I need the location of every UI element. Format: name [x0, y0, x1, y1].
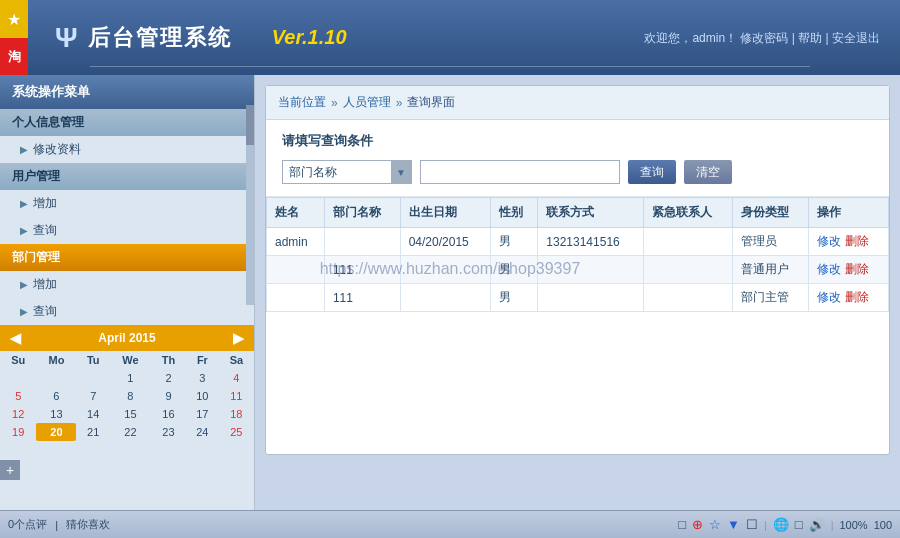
calendar: ◀ April 2015 ▶ Su Mo Tu We Th Fr Sa — [0, 325, 254, 441]
menu-label: 增加 — [33, 276, 57, 293]
calendar-day[interactable]: 11 — [219, 387, 254, 405]
weekday-tu: Tu — [76, 351, 109, 369]
calendar-day[interactable]: 8 — [110, 387, 151, 405]
query-title: 请填写查询条件 — [282, 132, 873, 150]
edit-link[interactable]: 修改 — [817, 234, 841, 248]
taskbar-icon-100: 100 — [874, 519, 892, 531]
section-dept: 部门管理 — [0, 244, 254, 271]
taobao-icon-box[interactable]: 淘 — [0, 38, 28, 75]
edit-link[interactable]: 修改 — [817, 262, 841, 276]
recommend-text: 猜你喜欢 — [66, 517, 110, 532]
edit-link[interactable]: 修改 — [817, 290, 841, 304]
taskbar-icon-phone[interactable]: □ — [678, 517, 686, 532]
taskbar-icon-box2[interactable]: □ — [795, 517, 803, 532]
menu-label: 增加 — [33, 195, 57, 212]
menu-item-dept-query[interactable]: ▶ 查询 — [0, 298, 254, 325]
taskbar-icon-sound[interactable]: 🔊 — [809, 517, 825, 532]
delete-link[interactable]: 删除 — [845, 290, 869, 304]
table-ops-cell: 修改 删除 — [809, 228, 889, 256]
taskbar-divider2: | — [831, 519, 834, 531]
calendar-day[interactable]: 23 — [151, 423, 186, 441]
calendar-day[interactable]: 19 — [0, 423, 36, 441]
menu-item-user-query[interactable]: ▶ 查询 — [0, 217, 254, 244]
taskbar-icon-download[interactable]: ▼ — [727, 517, 740, 532]
dept-select[interactable]: 部门名称 ▼ — [282, 160, 412, 184]
table-cell: 普通用户 — [733, 256, 809, 284]
calendar-day[interactable]: 17 — [186, 405, 219, 423]
welcome-text: 欢迎您，admin！ — [644, 30, 737, 44]
dept-select-arrow[interactable]: ▼ — [391, 160, 411, 184]
taskbar-icon-star[interactable]: ☆ — [709, 517, 721, 532]
table-cell — [400, 284, 490, 312]
weekday-sa: Sa — [219, 351, 254, 369]
calendar-day[interactable]: 18 — [219, 405, 254, 423]
calendar-day[interactable]: 25 — [219, 423, 254, 441]
breadcrumb-current: 查询界面 — [407, 94, 455, 111]
taskbar-icon-window[interactable]: ☐ — [746, 517, 758, 532]
arrow-icon: ▶ — [20, 225, 28, 236]
calendar-day[interactable]: 10 — [186, 387, 219, 405]
calendar-day[interactable]: 20 — [36, 423, 76, 441]
table-cell — [643, 284, 733, 312]
menu-item-edit-profile[interactable]: ▶ 修改资料 — [0, 136, 254, 163]
calendar-day[interactable]: 3 — [186, 369, 219, 387]
clear-button[interactable]: 清空 — [684, 160, 732, 184]
menu-item-dept-add[interactable]: ▶ 增加 — [0, 271, 254, 298]
calendar-prev[interactable]: ◀ — [10, 330, 21, 346]
arrow-icon: ▶ — [20, 306, 28, 317]
delete-link[interactable]: 删除 — [845, 234, 869, 248]
score-text: 0个点评 — [8, 517, 47, 532]
header-right: 欢迎您，admin！ 修改密码 | 帮助 | 安全退出 — [644, 29, 880, 46]
calendar-day[interactable]: 12 — [0, 405, 36, 423]
table-header: 姓名 — [267, 198, 325, 228]
taskbar-icon-add[interactable]: ⊕ — [692, 517, 703, 532]
arrow-icon: ▶ — [20, 279, 28, 290]
table-row: 111男部门主管修改 删除 — [267, 284, 889, 312]
table-header: 操作 — [809, 198, 889, 228]
help-link[interactable]: 帮助 — [798, 30, 822, 44]
star-icon: ★ — [7, 10, 21, 29]
table-container: 姓名部门名称出生日期性别联系方式紧急联系人身份类型操作 admin04/20/2… — [266, 197, 889, 312]
logout-link[interactable]: 安全退出 — [832, 30, 880, 44]
calendar-day[interactable]: 9 — [151, 387, 186, 405]
change-password-link[interactable]: 修改密码 — [740, 30, 788, 44]
taskbar-left: 0个点评 | 猜你喜欢 — [8, 517, 670, 532]
breadcrumb-section[interactable]: 人员管理 — [343, 94, 391, 111]
weekday-su: Su — [0, 351, 36, 369]
taskbar-icon-ie[interactable]: 🌐 — [773, 517, 789, 532]
table-cell — [538, 256, 643, 284]
calendar-day[interactable]: 16 — [151, 405, 186, 423]
sidebar-scrollbar[interactable] — [246, 105, 254, 305]
volume-text: 100% — [840, 519, 868, 531]
delete-link[interactable]: 删除 — [845, 262, 869, 276]
weekday-mo: Mo — [36, 351, 76, 369]
calendar-day[interactable]: 15 — [110, 405, 151, 423]
calendar-day[interactable]: 4 — [219, 369, 254, 387]
calendar-day[interactable]: 1 — [110, 369, 151, 387]
breadcrumb-home[interactable]: 当前位置 — [278, 94, 326, 111]
calendar-next[interactable]: ▶ — [233, 330, 244, 346]
table-header: 联系方式 — [538, 198, 643, 228]
table-cell: admin — [267, 228, 325, 256]
calendar-day — [76, 369, 109, 387]
menu-item-user-add[interactable]: ▶ 增加 — [0, 190, 254, 217]
calendar-day[interactable]: 5 — [0, 387, 36, 405]
scrollbar-thumb[interactable] — [246, 105, 254, 145]
calendar-day[interactable]: 24 — [186, 423, 219, 441]
calendar-day[interactable]: 21 — [76, 423, 109, 441]
table-cell: 13213141516 — [538, 228, 643, 256]
calendar-day[interactable]: 22 — [110, 423, 151, 441]
header: ★ 淘 Ψ 后台管理系统 Ver.1.10 欢迎您，admin！ 修改密码 | … — [0, 0, 900, 75]
calendar-day[interactable]: 14 — [76, 405, 109, 423]
calendar-day[interactable]: 6 — [36, 387, 76, 405]
calendar-day[interactable]: 7 — [76, 387, 109, 405]
calendar-day[interactable]: 13 — [36, 405, 76, 423]
psi-symbol: Ψ — [55, 22, 78, 54]
star-icon-box[interactable]: ★ — [0, 0, 28, 38]
table-ops-cell: 修改 删除 — [809, 256, 889, 284]
table-header: 性别 — [490, 198, 538, 228]
calendar-day[interactable]: 2 — [151, 369, 186, 387]
query-input[interactable] — [420, 160, 620, 184]
add-button[interactable]: + — [0, 460, 20, 480]
query-button[interactable]: 查询 — [628, 160, 676, 184]
